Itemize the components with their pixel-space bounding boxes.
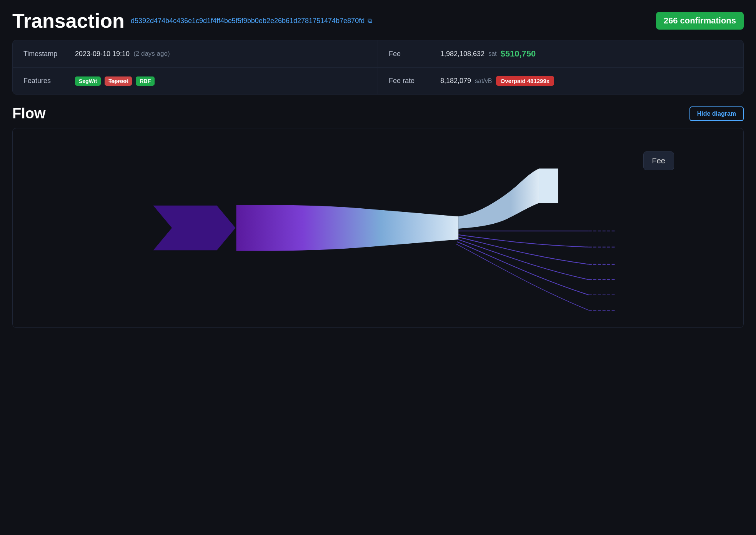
timestamp-value: 2023-09-10 19:10 (2 days ago) xyxy=(75,50,170,58)
tx-hash: d5392d474b4c436e1c9d1f4ff4be5f5f9bb0eb2e… xyxy=(131,17,372,25)
fee-rate-number: 8,182,079 xyxy=(440,77,471,85)
overpaid-badge: Overpaid 481299x xyxy=(496,76,555,86)
flow-title: Flow xyxy=(12,105,46,122)
flow-diagram: Fee xyxy=(12,128,744,328)
timestamp-text: 2023-09-10 19:10 xyxy=(75,50,130,58)
timestamp-cell: Timestamp 2023-09-10 19:10 (2 days ago) xyxy=(13,40,378,68)
output-line-2 xyxy=(458,235,589,247)
tx-hash-text: d5392d474b4c436e1c9d1f4ff4be5f5f9bb0eb2e… xyxy=(131,17,365,25)
fee-rate-value: 8,182,079 sat/vB Overpaid 481299x xyxy=(440,76,554,86)
fee-rate-label: Fee rate xyxy=(389,77,431,85)
input-chevron xyxy=(152,205,236,251)
timestamp-label: Timestamp xyxy=(23,50,66,58)
badge-taproot: Taproot xyxy=(105,76,132,86)
flow-header: Flow Hide diagram xyxy=(12,105,744,122)
fee-box-label: Fee xyxy=(652,156,665,165)
fee-label-box: Fee xyxy=(643,151,674,170)
fee-sat-value: 1,982,108,632 xyxy=(440,50,485,58)
timestamp-ago: (2 days ago) xyxy=(133,50,170,58)
features-cell: Features SegWit Taproot RBF xyxy=(13,68,378,94)
badge-segwit: SegWit xyxy=(75,76,101,86)
badge-rbf: RBF xyxy=(136,76,155,86)
fee-usd-value: $510,750 xyxy=(500,49,536,59)
header-left: Transaction d5392d474b4c436e1c9d1f4ff4be… xyxy=(12,9,372,32)
hide-diagram-button[interactable]: Hide diagram xyxy=(689,106,744,121)
fee-value: 1,982,108,632 sat $510,750 xyxy=(440,49,536,59)
confirmations-badge: 266 confirmations xyxy=(656,12,744,30)
fee-rate-cell: Fee rate 8,182,079 sat/vB Overpaid 48129… xyxy=(378,68,743,94)
fee-sat-unit: sat xyxy=(488,50,496,57)
page-header: Transaction d5392d474b4c436e1c9d1f4ff4be… xyxy=(12,9,744,32)
main-flow-band xyxy=(236,205,458,251)
output-line-5 xyxy=(457,242,589,295)
copy-icon[interactable]: ⧉ xyxy=(368,17,372,24)
info-table: Timestamp 2023-09-10 19:10 (2 days ago) … xyxy=(12,40,744,95)
fee-label: Fee xyxy=(389,50,431,58)
features-value: SegWit Taproot RBF xyxy=(75,76,155,86)
fee-cell: Fee 1,982,108,632 sat $510,750 xyxy=(378,40,743,68)
flow-svg xyxy=(13,128,743,327)
output-line-4 xyxy=(458,239,589,280)
output-line-6 xyxy=(456,244,589,310)
fee-branch xyxy=(458,169,539,229)
features-label: Features xyxy=(23,77,66,85)
fee-cap xyxy=(539,169,558,203)
fee-rate-unit: sat/vB xyxy=(475,78,492,85)
page-title: Transaction xyxy=(12,9,125,32)
